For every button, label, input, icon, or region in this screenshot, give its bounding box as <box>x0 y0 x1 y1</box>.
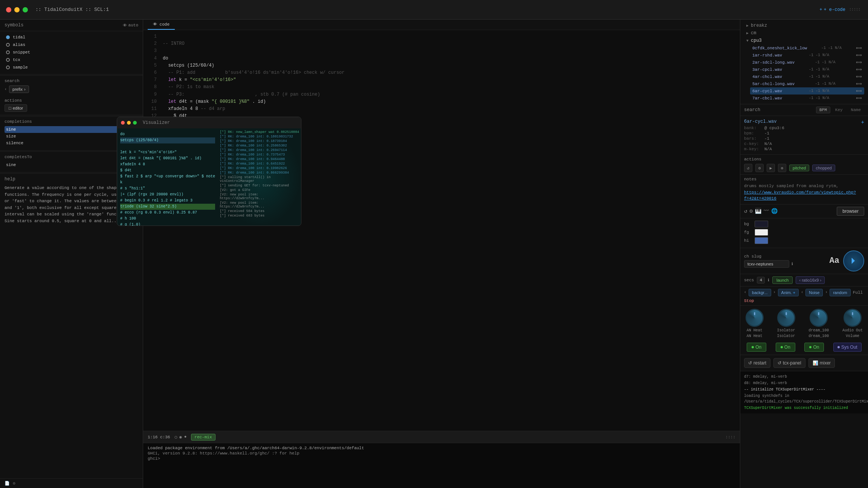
right-scrollable[interactable]: ▶ breakz ▶ cm ▼ cpu3 0cfdk_oneshot_kick_… <box>740 20 868 488</box>
nav-item-breakz[interactable]: ▶ breakz <box>744 22 864 29</box>
playstation-icon[interactable]: ⏵ <box>843 250 864 271</box>
on-button-3[interactable]: On <box>804 343 824 352</box>
pitched-button[interactable]: pitched <box>789 165 809 171</box>
hi-color-swatch[interactable] <box>755 237 768 244</box>
line-numbers: 12345 678910 1112131415 <box>143 30 158 431</box>
editor-area[interactable]: 12345 678910 1112131415 -- INTRO do setc… <box>143 30 740 431</box>
tab-name[interactable]: Name <box>848 107 864 113</box>
minimize-button[interactable] <box>14 7 20 12</box>
chopped-button[interactable]: chopped <box>812 165 835 171</box>
tab-bpm[interactable]: BPM <box>816 107 830 113</box>
waveform-icon[interactable]: 〰 <box>764 208 769 214</box>
maximize-button[interactable] <box>23 7 28 12</box>
grid-icon: ::::: <box>849 8 860 12</box>
right-bottom-actions: ↺ restart ↺ tcx-panel 📊 mixer <box>740 355 868 371</box>
tune-icon[interactable]: ⟺ <box>856 67 862 72</box>
close-button[interactable] <box>6 7 11 12</box>
prefix-button[interactable]: prefix › <box>9 85 29 93</box>
noise-button[interactable]: Noise <box>805 289 823 296</box>
mixer-button[interactable]: 📊 mixer <box>808 358 835 368</box>
secs-info-icon[interactable]: ℹ <box>768 278 769 282</box>
viz-maximize-button[interactable] <box>133 121 137 125</box>
settings-icon[interactable]: ⚙ <box>749 208 752 214</box>
sample-item-6ar[interactable]: 6ar-cycl.wav -1 -1 N/A ⟺ <box>750 87 864 95</box>
sample-item-5ar[interactable]: 5ar-chcl-long.wav -1 -1 N/A ⟺ <box>750 80 864 87</box>
editor-button[interactable]: □ editor <box>5 104 27 112</box>
nav-item-cpu3[interactable]: ▼ cpu3 <box>744 37 864 44</box>
on-button-2[interactable]: On <box>776 343 795 352</box>
symbol-list: tidal alias snippet tcx sample <box>0 31 143 73</box>
stop-button[interactable]: Stop <box>744 299 754 303</box>
action-icon-1[interactable]: ↺ <box>744 164 752 172</box>
backgr-button[interactable]: backgr... <box>749 289 771 296</box>
globe-icon[interactable]: 🌐 <box>771 208 778 214</box>
sample-item-2ar[interactable]: 2ar-sdcl-long.wav -1 -1 N/A ⟺ <box>750 59 864 66</box>
tune-icon[interactable]: ⟺ <box>856 74 862 79</box>
tab-key[interactable]: Key <box>832 107 846 113</box>
tune-icon[interactable]: ⟺ <box>856 96 862 101</box>
chevron-right-noise[interactable]: › <box>825 290 827 294</box>
info-icon[interactable]: ℹ <box>792 262 793 266</box>
isolator-knob[interactable] <box>777 309 795 327</box>
sample-item-7ar[interactable]: 7ar-cbcl.wav -1 -1 N/A ⟺ <box>750 95 864 102</box>
sample-item-0cfdk[interactable]: 0cfdk_oneshot_kick_low -1 -1 N/A ⟺ <box>750 44 864 52</box>
dream100-knob[interactable] <box>810 309 828 327</box>
chevron-right-backgr[interactable]: › <box>773 290 776 294</box>
tune-icon[interactable]: ⟺ <box>856 88 862 93</box>
on-button-1[interactable]: On <box>747 343 766 352</box>
random-button[interactable]: random <box>830 289 850 296</box>
sidebar-item-alias[interactable]: alias <box>0 41 143 49</box>
action-icon-2[interactable]: ⚙ <box>755 164 764 172</box>
viz-close-button[interactable] <box>121 121 125 125</box>
panel-button[interactable]: ↺ tcx-panel <box>773 358 805 368</box>
sidebar-item-sample[interactable]: sample <box>0 64 143 71</box>
anim-button[interactable]: Anim. + <box>778 289 799 296</box>
sidebar-item-tidal[interactable]: tidal <box>0 34 143 41</box>
circle-icon[interactable]: ◯ <box>174 435 177 439</box>
right-search-header: search BPM Key Name <box>740 104 868 116</box>
tune-icon[interactable]: ⟺ <box>856 81 862 86</box>
doc-icon[interactable]: 📄 <box>5 481 10 486</box>
rec-mix-button[interactable]: rec-mix <box>191 434 215 441</box>
chevron-left-backgr[interactable]: ‹ <box>744 290 746 294</box>
volume-knob[interactable] <box>844 309 862 327</box>
settings-bottom-icon[interactable]: ⚙ <box>13 481 15 486</box>
terminal-line-1: Loaded package environment from /Users/a… <box>148 445 735 451</box>
sample-item-4ar[interactable]: 4ar-chcl.wav -1 -1 N/A ⟺ <box>750 73 864 80</box>
fg-color-swatch[interactable] <box>755 229 768 236</box>
search-row: ‹ prefix › <box>5 85 138 93</box>
sample-item-1ar[interactable]: 1ar-rshd.wav -1 -1 N/A ⟺ <box>750 52 864 59</box>
tab-code[interactable]: 👁 code <box>148 20 175 30</box>
bg-color-swatch[interactable] <box>755 221 768 227</box>
ch-slug-input[interactable] <box>744 260 789 268</box>
chevron-left-noise[interactable]: ‹ <box>801 290 803 294</box>
chevron-right-icon: ▶ <box>746 31 749 35</box>
browser-button[interactable]: browser <box>837 207 864 216</box>
tune-icon[interactable]: ⟺ <box>856 60 862 65</box>
nav-item-cm[interactable]: ▶ cm <box>744 29 864 37</box>
notes-link[interactable]: https://www.kvraudio.com/forum/viewtopic… <box>744 190 856 201</box>
viz-minimize-button[interactable] <box>127 121 131 125</box>
refresh-icon[interactable]: ↺ <box>744 208 747 214</box>
ecode-button[interactable]: + + e-code <box>819 7 845 12</box>
tune-icon[interactable]: ⟺ <box>856 53 862 58</box>
full-option[interactable]: Full <box>853 290 863 295</box>
dot-icon[interactable]: ● <box>184 435 187 439</box>
code-editor[interactable]: -- INTRO do setcps (125/60/4) -- P1: add… <box>158 30 740 431</box>
add-file-icon[interactable]: + <box>861 119 864 125</box>
sidebar-item-snippet[interactable]: snippet <box>0 49 143 56</box>
sample-item-3ar[interactable]: 3ar-cpcl.wav -1 -1 N/A ⟺ <box>750 66 864 73</box>
restart-button[interactable]: ↺ restart <box>744 358 770 368</box>
launch-button[interactable]: launch <box>772 276 793 284</box>
tune-icon[interactable]: ⟺ <box>856 46 862 50</box>
chevron-left-icon[interactable]: ‹ <box>5 87 7 92</box>
ratio-button[interactable]: ‹ ratio16x9 › <box>796 276 825 284</box>
circle-filled-icon[interactable]: ◉ <box>179 435 182 439</box>
sidebar-item-tcx[interactable]: tcx <box>0 56 143 64</box>
an-heat-knob[interactable] <box>746 309 764 327</box>
action-icon-4[interactable]: ⊕ <box>778 164 786 172</box>
action-icon-3[interactable]: ▶ <box>767 164 775 172</box>
secs-section: secs 4 ℹ launch ‹ ratio16x9 › <box>740 274 868 287</box>
piano-icon[interactable]: 🎹 <box>755 208 761 214</box>
sysout-button[interactable]: Sys Out <box>833 343 862 352</box>
